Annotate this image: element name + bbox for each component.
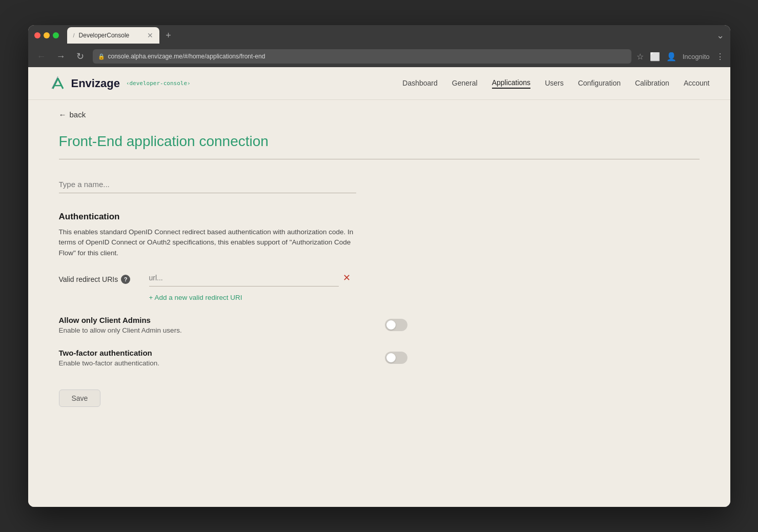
browser-actions: ☆ ⬜ 👤 Incognito ⋮ bbox=[637, 52, 724, 62]
two-factor-title: Two-factor authentication bbox=[59, 349, 377, 357]
nav-configuration[interactable]: Configuration bbox=[578, 79, 621, 88]
allow-client-admins-title: Allow only Client Admins bbox=[59, 316, 377, 324]
app-content: Envizage ‹developer-console› Dashboard G… bbox=[28, 67, 730, 507]
valid-redirect-uris-label: Valid redirect URIs ? bbox=[59, 270, 141, 284]
profile-icon[interactable]: 👤 bbox=[666, 52, 677, 62]
two-factor-row: Two-factor authentication Enable two-fac… bbox=[59, 349, 407, 367]
two-factor-info: Two-factor authentication Enable two-fac… bbox=[59, 349, 377, 367]
title-bar: / DeveloperConsole ✕ + ⌄ bbox=[28, 25, 730, 46]
allow-client-admins-row: Allow only Client Admins Enable to allow… bbox=[59, 316, 407, 334]
split-view-icon[interactable]: ⬜ bbox=[650, 52, 660, 62]
back-arrow-icon: ← bbox=[59, 110, 67, 119]
back-link[interactable]: ← back bbox=[59, 110, 700, 119]
uri-input[interactable] bbox=[149, 270, 339, 287]
forward-nav-button[interactable]: → bbox=[54, 49, 68, 64]
allow-client-admins-toggle[interactable] bbox=[385, 319, 407, 331]
two-factor-toggle[interactable] bbox=[385, 352, 407, 364]
add-uri-button[interactable]: + Add a new valid redirect URI bbox=[149, 294, 351, 301]
url-text: console.alpha.envizage.me/#/home/applica… bbox=[108, 53, 265, 60]
tab-bar: / DeveloperConsole ✕ + bbox=[67, 27, 712, 44]
name-input[interactable] bbox=[59, 176, 356, 193]
allow-client-admins-desc: Enable to allow only Client Admin users. bbox=[59, 326, 377, 334]
allow-client-admins-section: Allow only Client Admins Enable to allow… bbox=[59, 316, 700, 334]
close-traffic-light[interactable] bbox=[34, 32, 40, 38]
back-label: back bbox=[70, 110, 86, 119]
address-bar: ← → ↻ 🔒 console.alpha.envizage.me/#/home… bbox=[28, 46, 730, 67]
valid-redirect-uris-row: Valid redirect URIs ? ✕ + Add a new vali… bbox=[59, 270, 700, 301]
nav-account[interactable]: Account bbox=[684, 79, 710, 88]
uri-input-row: ✕ bbox=[149, 270, 351, 287]
maximize-traffic-light[interactable] bbox=[53, 32, 59, 38]
page-divider bbox=[59, 159, 700, 159]
two-factor-section: Two-factor authentication Enable two-fac… bbox=[59, 349, 700, 367]
nav-links: Dashboard General Applications Users Con… bbox=[402, 78, 709, 89]
traffic-lights bbox=[34, 32, 59, 38]
nav-applications[interactable]: Applications bbox=[492, 78, 531, 89]
new-tab-button[interactable]: + bbox=[161, 28, 176, 43]
uri-inputs: ✕ + Add a new valid redirect URI bbox=[149, 270, 351, 301]
active-tab[interactable]: / DeveloperConsole ✕ bbox=[67, 27, 159, 44]
incognito-label: Incognito bbox=[683, 53, 710, 60]
tab-title: DeveloperConsole bbox=[79, 32, 130, 39]
minimize-traffic-light[interactable] bbox=[44, 32, 50, 38]
bookmark-icon[interactable]: ☆ bbox=[637, 52, 644, 62]
help-badge[interactable]: ? bbox=[121, 275, 130, 284]
save-button[interactable]: Save bbox=[59, 390, 101, 407]
menu-icon[interactable]: ⋮ bbox=[716, 52, 724, 62]
logo-icon bbox=[49, 74, 67, 93]
two-factor-desc: Enable two-factor authentication. bbox=[59, 359, 377, 367]
allow-client-admins-info: Allow only Client Admins Enable to allow… bbox=[59, 316, 377, 334]
tab-close-button[interactable]: ✕ bbox=[147, 31, 153, 39]
logo-area: Envizage ‹developer-console› bbox=[49, 74, 191, 93]
address-input[interactable]: 🔒 console.alpha.envizage.me/#/home/appli… bbox=[93, 49, 631, 64]
add-uri-label: + Add a new valid redirect URI bbox=[149, 294, 242, 301]
chevron-down-icon: ⌄ bbox=[716, 30, 724, 41]
page-title: Front-End application connection bbox=[59, 133, 700, 150]
authentication-description: This enables standard OpenID Connect red… bbox=[59, 227, 356, 258]
logo-name: Envizage bbox=[71, 77, 120, 90]
lock-icon: 🔒 bbox=[98, 53, 105, 60]
nav-calibration[interactable]: Calibration bbox=[635, 79, 669, 88]
nav-general[interactable]: General bbox=[452, 79, 478, 88]
page-main: ← back Front-End application connection … bbox=[28, 100, 730, 507]
top-nav: Envizage ‹developer-console› Dashboard G… bbox=[28, 67, 730, 100]
nav-users[interactable]: Users bbox=[545, 79, 564, 88]
logo-tag: ‹developer-console› bbox=[126, 80, 191, 87]
reload-button[interactable]: ↻ bbox=[73, 49, 88, 64]
window-controls: ⌄ bbox=[716, 30, 724, 41]
authentication-title: Authentication bbox=[59, 212, 700, 222]
authentication-section: Authentication This enables standard Ope… bbox=[59, 212, 700, 301]
name-input-wrapper bbox=[59, 176, 700, 193]
remove-uri-button[interactable]: ✕ bbox=[343, 272, 351, 283]
valid-redirect-uris-text: Valid redirect URIs bbox=[59, 275, 118, 283]
tab-favicon: / bbox=[73, 32, 75, 38]
nav-dashboard[interactable]: Dashboard bbox=[402, 79, 438, 88]
back-nav-button[interactable]: ← bbox=[34, 49, 49, 64]
